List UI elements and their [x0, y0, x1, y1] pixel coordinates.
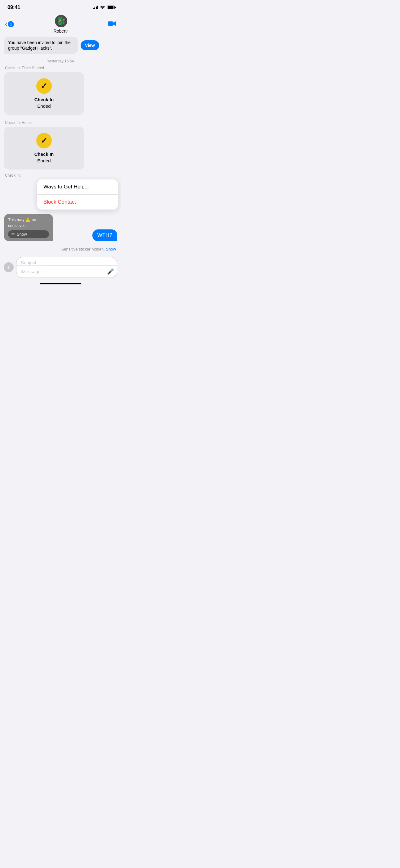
wth-text: WTH?	[97, 232, 112, 238]
sensitive-notice-text: Sensitive sticker hidden.	[61, 247, 105, 251]
wth-bubble: WTH?	[92, 229, 117, 241]
sensitive-notice-show-link[interactable]: Show	[106, 247, 116, 251]
nav-bar: ‹ 1 🐉 Robert ›	[0, 13, 121, 37]
sensitive-bubble: This may ⚠️ be sensitive. 👁 Show	[4, 214, 53, 241]
status-time: 09:41	[7, 4, 20, 10]
checkmark2-icon: ✓	[41, 136, 47, 146]
avatar-dragon-icon: 🐉	[57, 17, 66, 26]
message-input-wrap: Subject iMessage 🎤	[16, 257, 117, 278]
mic-button[interactable]: 🎤	[107, 268, 114, 275]
invite-text: You have been invited to join the group …	[8, 40, 74, 51]
svg-rect-0	[108, 22, 113, 26]
subject-placeholder: Subject	[21, 260, 36, 265]
home-indicator	[0, 280, 121, 286]
attachment-button[interactable]: +	[4, 262, 14, 272]
checkmark-icon: ✓	[41, 81, 47, 91]
message-input-row: iMessage 🎤	[16, 266, 117, 278]
checkin2-subtitle: Ended	[37, 158, 51, 163]
checkin2-title: Check In	[34, 152, 54, 157]
checkin3-label: Check In:	[0, 173, 121, 180]
signal-bars-icon	[93, 6, 98, 9]
contact-header[interactable]: 🐉 Robert ›	[54, 15, 69, 34]
view-button[interactable]: View	[80, 40, 99, 50]
checkin2-label: Check In: Home	[0, 120, 121, 127]
battery-icon	[107, 6, 115, 9]
show-sensitive-button[interactable]: 👁 Show	[8, 230, 49, 238]
wifi-icon	[100, 5, 105, 10]
checkin1-bubble: ✓ Check In Ended	[4, 72, 84, 115]
invite-bubble: You have been invited to join the group …	[4, 37, 78, 54]
status-icons	[93, 5, 115, 10]
sensitive-notice: Sensitive sticker hidden. Show	[0, 247, 121, 254]
input-area: + Subject iMessage 🎤	[0, 254, 121, 280]
timestamp: Yesterday 15:54	[0, 57, 121, 65]
subject-input[interactable]: Subject	[16, 257, 117, 266]
checkin2-circle: ✓	[36, 133, 52, 148]
checkin2-bubble: ✓ Check In Ended	[4, 127, 84, 169]
context-menu: Ways to Get Help... Block Contact	[37, 180, 118, 210]
contact-name: Robert ›	[54, 29, 69, 34]
checkin1-subtitle: Ended	[37, 103, 51, 108]
context-menu-item-block[interactable]: Block Contact	[37, 195, 118, 210]
contact-chevron-icon: ›	[67, 29, 69, 33]
show-button-label: Show	[17, 232, 27, 237]
status-bar: 09:41	[0, 0, 121, 13]
checkin1-title: Check In	[34, 97, 54, 102]
avatar: 🐉	[55, 15, 67, 27]
video-call-button[interactable]	[108, 20, 116, 28]
messages-area: You have been invited to join the group …	[0, 37, 121, 247]
checkin1-label: Check In: Timer Started	[0, 65, 121, 72]
back-button[interactable]: ‹ 1	[5, 21, 14, 28]
context-menu-area: Check In: Ways to Get Help... Block Cont…	[0, 173, 121, 210]
message-input[interactable]: iMessage	[21, 269, 107, 274]
back-badge: 1	[8, 21, 14, 27]
checkin1-circle: ✓	[36, 78, 52, 94]
home-bar	[40, 283, 81, 284]
eye-icon: 👁	[11, 232, 15, 237]
back-chevron-icon: ‹	[5, 21, 7, 28]
context-menu-item-help[interactable]: Ways to Get Help...	[37, 180, 118, 195]
sensitive-text: This may ⚠️ be sensitive.	[8, 217, 49, 228]
invite-bubble-row: You have been invited to join the group …	[0, 37, 121, 57]
